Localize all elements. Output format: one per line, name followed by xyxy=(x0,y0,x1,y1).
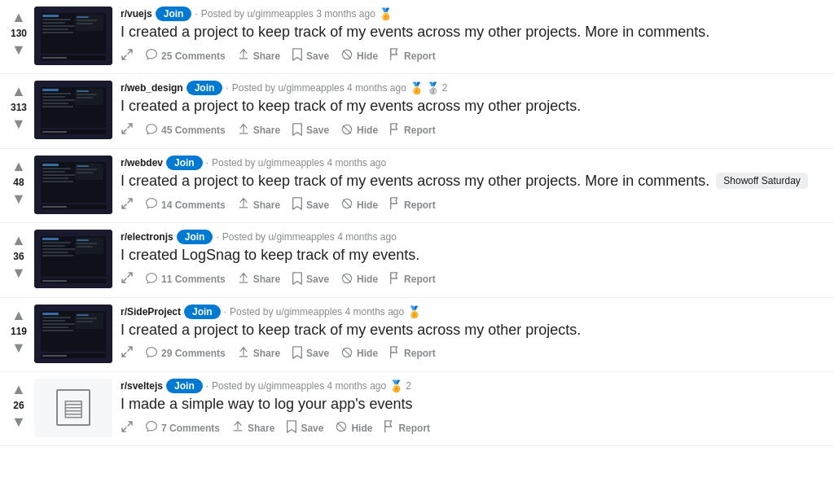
post-content: r/SideProjectJoin·Posted by u/gimmeapple… xyxy=(121,305,827,365)
downvote-button[interactable]: ▼ xyxy=(10,264,28,282)
downvote-button[interactable]: ▼ xyxy=(10,413,28,431)
post-title[interactable]: I created a project to keep track of my … xyxy=(121,172,709,191)
post-thumbnail[interactable] xyxy=(34,7,112,65)
save-icon xyxy=(292,272,303,287)
action-hide[interactable]: Hide xyxy=(336,269,383,291)
post-thumbnail[interactable] xyxy=(34,305,112,363)
action-share[interactable]: Share xyxy=(232,120,285,142)
action-29-comments[interactable]: 29 Comments xyxy=(140,343,230,365)
svg-rect-3 xyxy=(42,19,71,20)
action-share[interactable]: Share xyxy=(232,343,285,365)
post-title[interactable]: I created LogSnag to keep track of my ev… xyxy=(121,246,419,265)
share-icon xyxy=(231,420,244,436)
upvote-button[interactable]: ▲ xyxy=(10,231,28,249)
report-label: Report xyxy=(398,423,430,434)
expand-icon[interactable] xyxy=(121,122,134,138)
action-hide[interactable]: Hide xyxy=(336,120,383,142)
action-report[interactable]: Report xyxy=(384,45,441,67)
subreddit-link[interactable]: r/SideProject xyxy=(121,306,181,318)
meta-separator: · xyxy=(195,8,197,20)
post-thumbnail[interactable] xyxy=(34,156,112,214)
downvote-button[interactable]: ▼ xyxy=(10,190,28,208)
post-title[interactable]: I created a project to keep track of my … xyxy=(121,97,581,116)
upvote-button[interactable]: ▲ xyxy=(10,8,28,26)
subreddit-link[interactable]: r/vuejs xyxy=(121,8,152,20)
svg-rect-43 xyxy=(77,165,89,167)
action-save[interactable]: Save xyxy=(287,45,334,67)
downvote-button[interactable]: ▼ xyxy=(10,339,28,357)
svg-rect-81 xyxy=(42,355,67,357)
subreddit-link[interactable]: r/web_design xyxy=(121,82,183,94)
join-button[interactable]: Join xyxy=(184,305,221,319)
action-share[interactable]: Share xyxy=(232,194,285,216)
subreddit-link[interactable]: r/electronjs xyxy=(121,231,173,243)
subreddit-link[interactable]: r/webdev xyxy=(121,157,163,169)
post-thumbnail[interactable] xyxy=(34,81,112,139)
svg-rect-7 xyxy=(42,32,73,33)
post-title[interactable]: I created a project to keep track of my … xyxy=(121,23,709,42)
upvote-button[interactable]: ▲ xyxy=(10,306,28,324)
action-share[interactable]: Share xyxy=(232,45,285,67)
upvote-button[interactable]: ▲ xyxy=(10,380,28,398)
hide-label: Hide xyxy=(357,125,378,136)
post-title[interactable]: I created a project to keep track of my … xyxy=(121,321,581,340)
expand-icon[interactable] xyxy=(121,197,134,213)
action-hide[interactable]: Hide xyxy=(336,45,383,67)
expand-icon[interactable] xyxy=(121,48,134,64)
svg-rect-2 xyxy=(42,15,59,17)
action-hide[interactable]: Hide xyxy=(336,194,383,216)
share-label: Share xyxy=(253,348,280,359)
action-report[interactable]: Report xyxy=(384,343,441,365)
svg-rect-20 xyxy=(42,93,71,94)
expand-icon[interactable] xyxy=(121,345,134,362)
7-comments-label: 7 Comments xyxy=(161,423,220,434)
action-14-comments[interactable]: 14 Comments xyxy=(140,194,230,216)
action-save[interactable]: Save xyxy=(287,343,334,365)
svg-rect-39 xyxy=(42,174,75,176)
post-thumbnail[interactable] xyxy=(34,230,112,288)
action-25-comments[interactable]: 25 Comments xyxy=(140,45,230,67)
award-count: 2 xyxy=(442,82,448,94)
action-hide[interactable]: Hide xyxy=(330,417,377,439)
expand-icon[interactable] xyxy=(121,271,134,287)
action-7-comments[interactable]: 7 Comments xyxy=(140,417,225,439)
report-icon xyxy=(389,197,401,213)
upvote-button[interactable]: ▲ xyxy=(10,82,28,100)
action-save[interactable]: Save xyxy=(281,417,328,439)
downvote-button[interactable]: ▼ xyxy=(10,115,28,133)
action-hide[interactable]: Hide xyxy=(336,343,383,365)
action-report[interactable]: Report xyxy=(384,194,441,216)
action-report[interactable]: Report xyxy=(384,269,441,291)
svg-rect-70 xyxy=(42,313,59,315)
post-content: r/vuejsJoin·Posted by u/gimmeapples 3 mo… xyxy=(121,7,827,67)
action-report[interactable]: Report xyxy=(379,417,435,439)
action-11-comments[interactable]: 11 Comments xyxy=(140,269,230,291)
join-button[interactable]: Join xyxy=(187,81,223,95)
post-title[interactable]: I made a simple way to log your app's ev… xyxy=(121,395,413,414)
downvote-button[interactable]: ▼ xyxy=(10,41,28,59)
save-label: Save xyxy=(306,125,329,136)
subreddit-link[interactable]: r/sveltejs xyxy=(121,380,163,392)
expand-icon[interactable] xyxy=(121,420,134,436)
upvote-button[interactable]: ▲ xyxy=(10,157,28,175)
action-save[interactable]: Save xyxy=(287,269,334,291)
svg-rect-19 xyxy=(42,89,59,91)
svg-rect-64 xyxy=(42,280,67,282)
join-button[interactable]: Join xyxy=(166,379,203,393)
action-report[interactable]: Report xyxy=(384,120,441,142)
action-share[interactable]: Share xyxy=(226,417,279,439)
join-button[interactable]: Join xyxy=(166,156,203,170)
action-share[interactable]: Share xyxy=(232,269,285,291)
action-save[interactable]: Save xyxy=(287,194,334,216)
join-button[interactable]: Join xyxy=(156,7,192,21)
post-thumbnail[interactable]: ▤ xyxy=(34,379,112,437)
report-icon xyxy=(389,123,401,138)
vote-count: 313 xyxy=(11,102,27,113)
hide-label: Hide xyxy=(357,199,378,211)
action-save[interactable]: Save xyxy=(287,120,334,142)
award-icon: 🏅 xyxy=(389,379,402,392)
join-button[interactable]: Join xyxy=(177,230,213,244)
meta-separator: · xyxy=(206,380,208,392)
svg-rect-40 xyxy=(42,177,68,179)
action-45-comments[interactable]: 45 Comments xyxy=(140,120,230,142)
